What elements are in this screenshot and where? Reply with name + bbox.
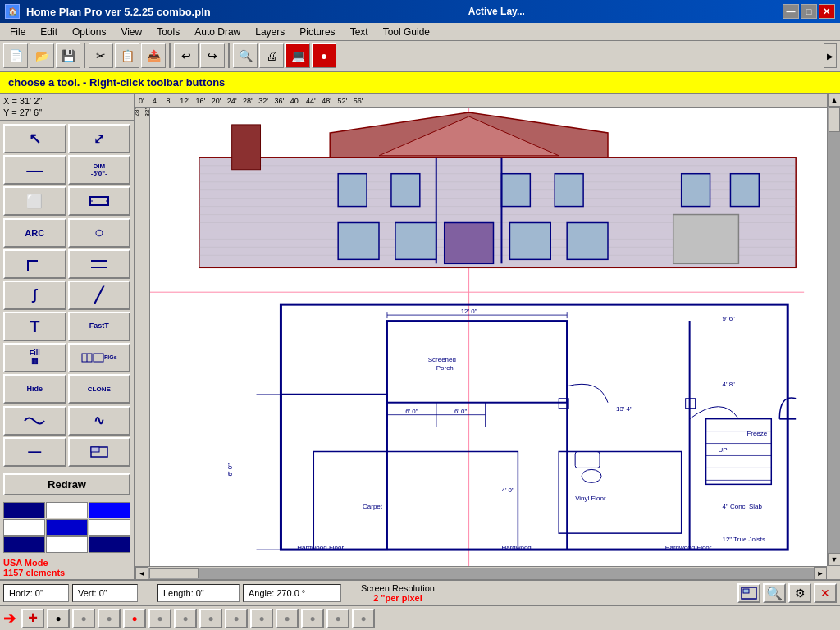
svg-rect-52 xyxy=(281,395,387,550)
tool-fill[interactable]: Fill▦ xyxy=(3,343,66,372)
tool-diagonal[interactable]: ╱ xyxy=(68,281,131,310)
canvas-area[interactable]: 0' 4' 8' 12' 16' 20' 24' 28' 32' 36' 40'… xyxy=(135,94,840,579)
scroll-right-button[interactable]: ► xyxy=(814,567,827,580)
menu-item-layers[interactable]: Layers xyxy=(249,25,291,39)
scroll-left-button[interactable]: ◄ xyxy=(135,567,148,580)
horizontal-scrollbar[interactable]: ◄ ► xyxy=(135,566,827,579)
new-button[interactable]: 📄 xyxy=(3,43,28,68)
color-cell-7[interactable] xyxy=(3,536,45,553)
scroll-corner xyxy=(827,566,840,579)
color-cell-5[interactable] xyxy=(46,519,88,536)
save-button[interactable]: 💾 xyxy=(56,43,80,68)
tool-stairs[interactable]: ∫ xyxy=(3,281,66,310)
copy-button[interactable]: 📋 xyxy=(115,43,139,68)
redraw-button[interactable]: Redraw xyxy=(3,473,130,495)
print-button[interactable]: 🖨 xyxy=(259,43,284,68)
layer-dot-8[interactable]: ● xyxy=(225,609,248,628)
layer-dot-6[interactable]: ● xyxy=(174,609,197,628)
add-button[interactable]: + xyxy=(21,609,44,628)
vertical-scrollbar[interactable]: ▲ ▼ xyxy=(827,94,840,566)
zoom-btn[interactable]: 🔍 xyxy=(763,583,786,603)
menu-item-view[interactable]: View xyxy=(114,25,148,39)
maximize-button[interactable]: □ xyxy=(801,4,817,19)
toolbar-more-button[interactable]: ▶ xyxy=(824,43,837,68)
scroll-track-h[interactable] xyxy=(148,568,814,579)
menu-item-tools[interactable]: Tools xyxy=(150,25,186,39)
color-palette xyxy=(3,502,130,553)
layer-dot-13[interactable]: ● xyxy=(352,609,375,628)
screen-res-value: 2 "per pixel xyxy=(361,593,435,603)
scroll-track-v[interactable] xyxy=(828,107,840,553)
tool-line-h[interactable]: — xyxy=(3,155,66,185)
tool-rect[interactable]: ⬜ xyxy=(3,186,66,216)
tool-select[interactable]: ↖ xyxy=(3,124,66,153)
tool-dim[interactable]: DIM-5'0"- xyxy=(68,155,131,185)
menu-item-text[interactable]: Text xyxy=(344,25,375,39)
tool-poly[interactable] xyxy=(3,249,66,279)
open-button[interactable]: 📂 xyxy=(30,43,54,68)
settings-btn[interactable]: ⚙ xyxy=(788,583,811,603)
tool-grid: ↖ ⤢ — DIM-5'0"- ⬜ ARC ○ ∫ ╱ T xyxy=(0,121,134,470)
tool-clone[interactable]: CLONE xyxy=(68,374,131,404)
undo-button[interactable]: ↩ xyxy=(174,43,199,68)
paste-button[interactable]: 📤 xyxy=(141,43,166,68)
layer-dot-7[interactable]: ● xyxy=(199,609,222,628)
tool-curve[interactable]: ∿ xyxy=(68,406,131,436)
scroll-down-button[interactable]: ▼ xyxy=(828,553,840,566)
tool-circle[interactable]: ○ xyxy=(68,218,131,248)
layer-dot-2[interactable]: ● xyxy=(72,609,95,628)
drawing-canvas[interactable]: Screened Porch 12' 0" Carpet Vinyl Floor… xyxy=(150,108,827,566)
scroll-up-button[interactable]: ▲ xyxy=(828,94,840,107)
layer-dot-11[interactable]: ● xyxy=(301,609,324,628)
nav-arrow[interactable]: ➔ xyxy=(3,609,16,628)
menu-item-file[interactable]: File xyxy=(3,25,32,39)
tool-hide[interactable]: Hide xyxy=(3,374,66,404)
menu-item-tool-guide[interactable]: Tool Guide xyxy=(377,25,436,39)
layer-dot-10[interactable]: ● xyxy=(276,609,299,628)
tool-fast-text[interactable]: FastT xyxy=(68,312,131,341)
tool-wall[interactable] xyxy=(68,249,131,279)
svg-text:Carpet: Carpet xyxy=(363,503,383,510)
minimize-button[interactable]: — xyxy=(783,4,799,19)
redo-button[interactable]: ↪ xyxy=(200,43,225,68)
color-cell-2[interactable] xyxy=(46,502,88,518)
tool-crop[interactable] xyxy=(68,437,131,467)
close-btn-2[interactable]: ✕ xyxy=(814,583,837,603)
ruler-vertical: 4'8'12'16'20'24'28'32'36'40'44'48'52'56' xyxy=(135,108,150,566)
color-cell-6[interactable] xyxy=(89,519,130,536)
cut-button[interactable]: ✂ xyxy=(89,43,113,68)
coords-panel: X = 31' 2" Y = 27' 6" xyxy=(0,94,134,121)
tool-select2[interactable]: ⤢ xyxy=(68,124,131,153)
layer-dot-5[interactable]: ● xyxy=(148,609,171,628)
color-cell-9[interactable] xyxy=(89,536,130,553)
zoom-button[interactable]: 🔍 xyxy=(233,43,258,68)
scroll-thumb-h[interactable] xyxy=(149,568,199,578)
bottom-toolbar: ➔ + ● ● ● ● ● ● ● ● ● ● ● ● ● xyxy=(0,605,840,630)
close-button[interactable]: ✕ xyxy=(819,4,835,19)
svg-text:Screened: Screened xyxy=(428,356,456,363)
tool-figs[interactable]: FIGs xyxy=(68,343,131,372)
menu-item-edit[interactable]: Edit xyxy=(34,25,64,39)
layer-dot-4[interactable]: ● xyxy=(123,609,146,628)
x-coord: X = 31' 2" xyxy=(3,95,130,107)
layer-dot-1[interactable]: ● xyxy=(47,609,70,628)
color-cell-8[interactable] xyxy=(46,536,88,553)
tool-wave[interactable] xyxy=(3,406,66,436)
view-btn-1[interactable] xyxy=(737,583,760,603)
menu-item-pictures[interactable]: Pictures xyxy=(293,25,341,39)
tool-arc[interactable]: ARC xyxy=(3,218,66,248)
tool-text[interactable]: T xyxy=(3,312,66,341)
color-cell-1[interactable] xyxy=(3,502,45,518)
scroll-thumb-v[interactable] xyxy=(829,107,840,132)
stop-button[interactable]: ● xyxy=(312,43,336,68)
menu-item-auto-draw[interactable]: Auto Draw xyxy=(188,25,247,39)
tool-rect2[interactable] xyxy=(68,186,131,216)
layer-dot-9[interactable]: ● xyxy=(250,609,273,628)
tool-line2[interactable]: — xyxy=(3,437,66,467)
layer-dot-3[interactable]: ● xyxy=(98,609,121,628)
color-cell-4[interactable] xyxy=(3,519,45,536)
monitor-button[interactable]: 💻 xyxy=(285,43,310,68)
layer-dot-12[interactable]: ● xyxy=(326,609,349,628)
menu-item-options[interactable]: Options xyxy=(66,25,112,39)
color-cell-3[interactable] xyxy=(89,502,130,518)
